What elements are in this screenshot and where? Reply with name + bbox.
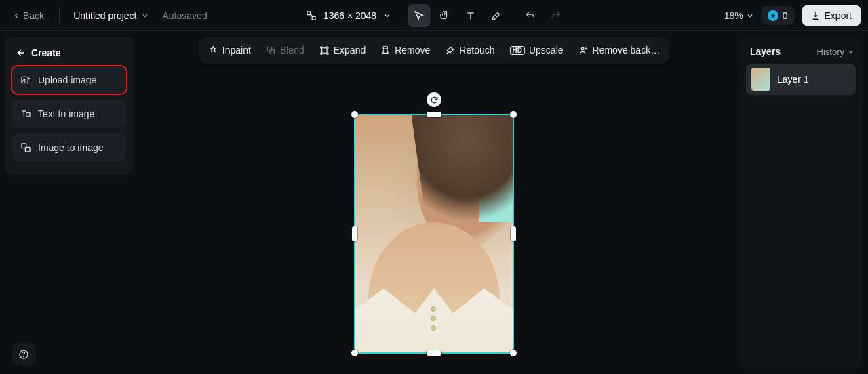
canvas[interactable] (136, 62, 732, 374)
text-to-image-icon (20, 108, 31, 119)
autosave-status: Autosaved (163, 10, 208, 21)
svg-point-4 (24, 79, 25, 80)
blend-button[interactable]: Blend (263, 42, 307, 58)
resize-handle-bottom-right[interactable] (510, 350, 517, 356)
resize-icon (306, 10, 317, 21)
zoom-dropdown[interactable]: 18% (724, 10, 754, 21)
header-divider (59, 8, 60, 23)
image-to-image-label: Image to image (38, 142, 104, 153)
svg-rect-0 (307, 12, 311, 15)
retouch-icon (445, 45, 455, 56)
svg-marker-2 (770, 13, 776, 18)
brush-tool[interactable] (485, 4, 508, 27)
chevron-left-icon (12, 12, 20, 20)
credits-button[interactable]: 0 (761, 6, 795, 25)
select-tool[interactable] (408, 4, 431, 27)
remove-button[interactable]: Remove (378, 42, 433, 58)
inpaint-button[interactable]: Inpaint (205, 42, 254, 58)
text-icon (465, 10, 476, 21)
help-button[interactable] (12, 343, 35, 366)
blend-icon (266, 45, 276, 56)
resize-handle-top-right[interactable] (510, 111, 517, 118)
history-label: History (817, 47, 844, 57)
refresh-icon (430, 96, 439, 104)
upscale-label: Upscale (529, 45, 564, 56)
canvas-image[interactable] (355, 115, 513, 352)
selected-layer-bounds[interactable] (354, 114, 514, 354)
resize-handle-bottom[interactable] (427, 350, 441, 356)
blend-label: Blend (280, 45, 304, 56)
svg-rect-10 (321, 47, 327, 53)
inpaint-label: Inpaint (222, 45, 251, 56)
upload-image-label: Upload image (38, 75, 96, 85)
back-arrow-icon (16, 48, 26, 58)
export-label: Export (825, 10, 852, 21)
upload-image-icon (20, 75, 31, 85)
svg-rect-1 (312, 16, 315, 20)
resize-handle-top-left[interactable] (351, 111, 358, 118)
layers-panel-header: Layers History (746, 43, 856, 64)
resize-handle-left[interactable] (352, 226, 357, 241)
zoom-value: 18% (724, 10, 743, 21)
retouch-label: Retouch (459, 45, 494, 56)
text-to-image-label: Text to image (38, 108, 94, 119)
chevron-down-icon (383, 12, 391, 20)
remove-bg-label: Remove back… (593, 45, 660, 56)
image-to-image-icon (20, 142, 31, 153)
regenerate-handle[interactable] (427, 92, 441, 107)
resize-handle-top[interactable] (427, 112, 441, 117)
workspace: Create Upload image Text to image Image … (0, 31, 868, 374)
brush-icon (491, 10, 502, 21)
svg-point-12 (581, 47, 584, 50)
help-icon (18, 349, 29, 360)
dimensions-text: 1366 × 2048 (323, 10, 376, 21)
text-to-image-button[interactable]: Text to image (12, 100, 126, 127)
canvas-dimensions-dropdown[interactable]: 1366 × 2048 (300, 7, 397, 24)
undo-icon (525, 10, 536, 21)
expand-button[interactable]: Expand (317, 42, 368, 58)
layers-title: Layers (750, 46, 781, 57)
remove-label: Remove (395, 45, 430, 56)
chevron-down-icon (847, 48, 854, 56)
remove-bg-icon (578, 45, 589, 56)
cursor-icon (414, 10, 425, 21)
resize-handle-bottom-left[interactable] (351, 350, 358, 356)
svg-rect-11 (384, 46, 388, 48)
upload-image-button[interactable]: Upload image (12, 66, 126, 94)
remove-icon (380, 45, 391, 56)
project-name-dropdown[interactable]: Untitled project (69, 7, 153, 24)
export-button[interactable]: Export (802, 5, 861, 26)
layers-panel: Layers History Layer 1 (739, 37, 863, 369)
hand-icon (439, 10, 450, 21)
back-label: Back (23, 10, 44, 21)
back-button[interactable]: Back (7, 7, 50, 24)
resize-handle-right[interactable] (511, 226, 516, 241)
hd-icon: HD (510, 46, 525, 55)
layer-item[interactable]: Layer 1 (746, 64, 856, 95)
create-panel-title: Create (12, 43, 126, 66)
app-header: Back Untitled project Autosaved 1366 × 2… (0, 0, 868, 31)
download-icon (811, 11, 821, 20)
canvas-tools (408, 4, 508, 27)
upscale-button[interactable]: HD Upscale (507, 42, 566, 58)
undo-button[interactable] (519, 4, 542, 27)
credits-value: 0 (783, 10, 788, 21)
redo-button[interactable] (545, 4, 568, 27)
layer-name: Layer 1 (777, 74, 809, 85)
remove-background-button[interactable]: Remove back… (576, 42, 663, 58)
project-name-text: Untitled project (73, 10, 136, 21)
history-dropdown[interactable]: History (817, 47, 854, 57)
expand-icon (319, 45, 330, 56)
svg-rect-5 (26, 113, 30, 117)
redo-icon (551, 10, 561, 21)
create-panel: Create Upload image Text to image Image … (5, 37, 133, 175)
svg-point-14 (24, 356, 24, 357)
image-to-image-button[interactable]: Image to image (12, 134, 126, 161)
text-tool[interactable] (459, 4, 482, 27)
retouch-button[interactable]: Retouch (442, 42, 497, 58)
credit-icon (768, 10, 778, 21)
hand-tool[interactable] (433, 4, 456, 27)
canvas-action-toolbar: Inpaint Blend Expand Remove Retouch HD U… (199, 37, 669, 64)
header-right: 18% 0 Export (724, 5, 861, 26)
layer-thumbnail (751, 68, 770, 91)
